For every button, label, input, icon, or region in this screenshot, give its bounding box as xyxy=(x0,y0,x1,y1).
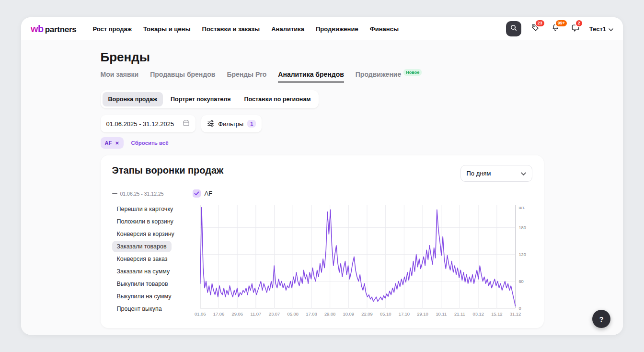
granularity-value: По дням xyxy=(467,170,491,177)
promotions-button[interactable]: 23 xyxy=(529,23,541,35)
filters-label: Фильтры xyxy=(218,120,243,128)
tab[interactable]: Бренды Pro xyxy=(227,70,266,82)
svg-text:21.11: 21.11 xyxy=(454,312,465,317)
legend-line-swatch xyxy=(112,193,117,194)
svg-text:22.09: 22.09 xyxy=(361,312,372,317)
stage-item[interactable]: Выкупили на сумму xyxy=(112,291,176,302)
svg-text:180: 180 xyxy=(518,225,526,230)
nav-item[interactable]: Товары и цены xyxy=(143,25,191,33)
tab[interactable]: Продавцы брендов xyxy=(150,70,215,82)
stage-item[interactable]: Процент выкупа xyxy=(112,303,167,315)
tab-label: Продвижение xyxy=(356,70,401,78)
svg-text:17.08: 17.08 xyxy=(306,312,317,317)
tab[interactable]: Мои заявки xyxy=(101,70,139,82)
card-header: Этапы воронки продаж По дням xyxy=(112,165,532,182)
app-window: wb partners Рост продажТовары и ценыПост… xyxy=(21,17,623,335)
wb-partners-logo[interactable]: wb partners xyxy=(31,23,76,35)
topbar-right: 23 99+ 2 Тест1 xyxy=(506,21,613,36)
series-toggle-af[interactable]: AF xyxy=(193,189,532,198)
chart-grid: Перешли в карточкуПоложили в корзинуКонв… xyxy=(112,202,532,321)
svg-text:120: 120 xyxy=(518,252,526,257)
search-button[interactable] xyxy=(506,21,521,36)
card-title: Этапы воронки продаж xyxy=(112,165,224,176)
nav-item[interactable]: Аналитика xyxy=(271,25,304,33)
svg-text:шт.: шт. xyxy=(518,205,525,210)
calendar-icon xyxy=(183,119,190,128)
tab[interactable]: ПродвижениеНовое xyxy=(356,70,422,82)
chevron-down-icon xyxy=(609,25,613,33)
chevron-down-icon xyxy=(521,170,526,177)
nav-item[interactable]: Поставки и заказы xyxy=(202,25,260,33)
tab-label: Бренды Pro xyxy=(227,70,266,78)
svg-text:60: 60 xyxy=(518,279,523,284)
page-content: Бренды Мои заявкиПродавцы брендовБренды … xyxy=(21,40,623,335)
svg-text:10.09: 10.09 xyxy=(343,312,354,317)
granularity-select[interactable]: По дням xyxy=(460,165,532,182)
user-menu[interactable]: Тест1 xyxy=(589,25,613,33)
filters-button[interactable]: Фильтры 1 xyxy=(201,115,262,132)
svg-text:29.08: 29.08 xyxy=(324,312,335,317)
svg-text:11.07: 11.07 xyxy=(250,312,261,317)
promotions-badge: 23 xyxy=(535,19,545,27)
analytics-subtabs: Воронка продажПортрет покупателяПоставки… xyxy=(101,90,319,108)
svg-text:03.12: 03.12 xyxy=(472,312,483,317)
filters-count-badge: 1 xyxy=(247,120,256,128)
tab-label: Аналитика брендов xyxy=(278,70,344,78)
stage-item[interactable]: Положили в корзину xyxy=(112,216,178,227)
nav-item[interactable]: Продвижение xyxy=(316,25,358,33)
svg-text:01.06: 01.06 xyxy=(195,312,206,317)
funnel-card: Этапы воронки продаж По дням 01.06.25 - … xyxy=(101,155,544,328)
search-icon xyxy=(510,24,518,34)
date-range-input[interactable]: 01.06.2025 - 31.12.2025 xyxy=(101,115,196,132)
date-range-value: 01.06.2025 - 31.12.2025 xyxy=(106,120,174,128)
svg-text:0: 0 xyxy=(518,306,521,311)
tab-label: Мои заявки xyxy=(101,70,139,78)
subtab[interactable]: Воронка продаж xyxy=(103,92,163,106)
legend-row: 01.06.25 - 31.12.25 AF xyxy=(112,189,532,198)
svg-text:10.11: 10.11 xyxy=(436,312,447,317)
series-label: AF xyxy=(205,190,213,197)
stage-item[interactable]: Конверсия в корзину xyxy=(112,228,179,240)
new-badge: Новое xyxy=(403,69,422,76)
filter-chip-af[interactable]: AF ✕ xyxy=(101,137,124,149)
stage-list: Перешли в карточкуПоложили в корзинуКонв… xyxy=(112,202,193,321)
chip-remove-icon[interactable]: ✕ xyxy=(115,141,119,146)
brand-tabs: Мои заявкиПродавцы брендовБренды ProАнал… xyxy=(101,70,544,82)
active-filters-row: AF ✕ Сбросить всё xyxy=(101,137,544,149)
svg-text:29.10: 29.10 xyxy=(417,312,428,317)
messages-badge: 2 xyxy=(575,19,583,27)
nav-item[interactable]: Рост продаж xyxy=(92,25,132,33)
topbar: wb partners Рост продажТовары и ценыПост… xyxy=(21,17,623,40)
stage-item[interactable]: Выкупили товаров xyxy=(112,278,173,290)
svg-text:17.06: 17.06 xyxy=(213,312,224,317)
stage-item[interactable]: Заказали на сумму xyxy=(112,266,175,277)
page-title: Бренды xyxy=(101,50,544,65)
tab-label: Продавцы брендов xyxy=(150,70,215,78)
tab[interactable]: Аналитика брендов xyxy=(278,70,344,82)
filter-sliders-icon xyxy=(207,119,214,128)
stage-item[interactable]: Конверсия в заказ xyxy=(112,253,172,265)
svg-text:29.06: 29.06 xyxy=(231,312,242,317)
subtab[interactable]: Портрет покупателя xyxy=(165,92,236,106)
user-name: Тест1 xyxy=(589,25,606,33)
checkbox-checked-icon[interactable] xyxy=(193,189,201,198)
notifications-button[interactable]: 99+ xyxy=(549,23,562,35)
stage-item[interactable]: Заказали товаров xyxy=(112,241,172,252)
clear-all-link[interactable]: Сбросить всё xyxy=(131,140,169,146)
messages-button[interactable]: 2 xyxy=(569,23,582,35)
svg-text:17.10: 17.10 xyxy=(398,312,409,317)
legend-period: 01.06.25 - 31.12.25 xyxy=(112,191,193,197)
stage-item[interactable]: Перешли в карточку xyxy=(112,203,178,215)
nav-item[interactable]: Финансы xyxy=(370,25,399,33)
svg-text:05.10: 05.10 xyxy=(380,312,391,317)
filter-row: 01.06.2025 - 31.12.2025 Фильтры 1 xyxy=(101,115,544,132)
legend-period-label: 01.06.25 - 31.12.25 xyxy=(120,191,164,197)
subtab[interactable]: Поставки по регионам xyxy=(239,92,317,106)
notifications-badge: 99+ xyxy=(555,19,568,27)
funnel-chart-svg: 01.0617.0629.0611.0723.0705.0817.0829.08… xyxy=(193,202,532,321)
svg-text:15.12: 15.12 xyxy=(491,312,502,317)
help-button[interactable]: ? xyxy=(592,310,610,328)
logo-partners-text: partners xyxy=(45,25,77,35)
main-nav: Рост продажТовары и ценыПоставки и заказ… xyxy=(92,25,399,33)
chart-area: 01.0617.0629.0611.0723.0705.0817.0829.08… xyxy=(193,202,532,321)
